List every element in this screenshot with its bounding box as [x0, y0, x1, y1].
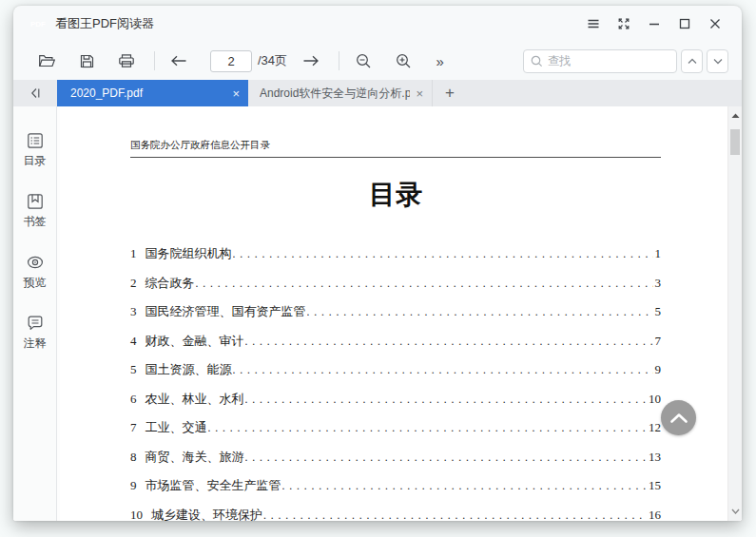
prev-page-icon[interactable] [165, 48, 193, 74]
scroll-down-icon[interactable] [728, 504, 742, 519]
toc-entry-number: 6 [130, 392, 137, 407]
toolbar-divider [339, 51, 339, 70]
app-logo-icon: PDF [29, 14, 48, 33]
toc-entry-number: 7 [130, 420, 137, 435]
toc-entry-number: 10 [130, 508, 143, 521]
toc-entry-title: 国务院组织机构 [145, 245, 232, 262]
toc-entry-page: 15 [649, 478, 661, 493]
toc-entry: 2综合政务3 [130, 269, 661, 298]
toc-icon [26, 131, 45, 150]
search-area [523, 49, 728, 73]
save-icon[interactable] [72, 48, 101, 74]
app-title: 看图王PDF阅读器 [55, 15, 154, 32]
app-window: PDF 看图王PDF阅读器 [13, 6, 742, 521]
toc-entry-number: 1 [130, 246, 137, 261]
zoom-in-icon[interactable] [389, 48, 417, 74]
toc-entry: 10城乡建设、环境保护16 [130, 501, 661, 522]
toc-dot-leader [233, 248, 653, 259]
toolbar: /34页 » [13, 42, 742, 80]
sidebar-item-label: 书签 [24, 214, 47, 230]
scroll-up-icon[interactable] [728, 108, 742, 124]
open-file-icon[interactable] [32, 48, 61, 74]
header-rule [130, 157, 661, 158]
toc-entry-page: 1 [655, 246, 662, 261]
more-tools-button[interactable]: » [429, 48, 452, 74]
search-box[interactable] [523, 49, 677, 73]
sidebar-item-preview[interactable]: 预览 [24, 253, 47, 291]
toc-entry-page: 13 [649, 450, 661, 465]
sidebar-item-label: 目录 [24, 153, 47, 169]
toc-dot-leader [208, 422, 648, 433]
search-input[interactable] [548, 54, 669, 67]
toc-entry-number: 9 [130, 478, 137, 493]
tab-close-icon[interactable]: × [232, 87, 240, 100]
collapse-sidebar-icon[interactable] [13, 80, 57, 106]
toc-dot-leader [233, 364, 653, 375]
toc-entry: 8商贸、海关、旅游13 [130, 443, 661, 472]
toc-entry-number: 4 [130, 334, 137, 349]
toc-entry: 5国土资源、能源9 [130, 355, 661, 385]
main-area: 目录 书签 预览 [13, 106, 742, 521]
toc-entry: 9市场监管、安全生产监管15 [130, 471, 661, 501]
sidebar-item-label: 注释 [24, 336, 47, 352]
sidebar-item-toc[interactable]: 目录 [24, 131, 47, 169]
vertical-scrollbar[interactable] [727, 106, 742, 521]
preview-eye-icon [26, 253, 45, 272]
toc-entry-number: 5 [130, 362, 137, 377]
annotation-icon [26, 314, 45, 333]
tab-close-icon[interactable]: × [416, 87, 423, 100]
toc-entry-title: 综合政务 [145, 275, 195, 292]
toolbar-divider [154, 51, 155, 70]
toc-entry-page: 5 [655, 304, 662, 319]
maximize-button[interactable] [669, 10, 700, 37]
add-tab-button[interactable]: + [433, 80, 467, 106]
toc-dot-leader [245, 451, 648, 463]
document-viewport[interactable]: 国务院办公厅政府信息公开目录 目录 1国务院组织机构1 2综合政务3 3国民经济… [57, 106, 742, 521]
print-icon[interactable] [112, 48, 141, 74]
zoom-out-icon[interactable] [349, 48, 378, 74]
toc-entry: 3国民经济管理、国有资产监管5 [130, 297, 661, 327]
scrollbar-thumb[interactable] [730, 129, 740, 155]
page-number-input[interactable] [210, 50, 252, 72]
search-icon [531, 55, 543, 67]
toc-entry-page: 9 [655, 362, 662, 377]
sidebar-item-annotations[interactable]: 注释 [24, 314, 47, 352]
tab-bar: 2020_PDF.pdf × Android软件安全与逆向分析.pdf × + [13, 80, 742, 106]
title-bar: PDF 看图王PDF阅读器 [13, 6, 742, 42]
toc-entry-page: 12 [649, 420, 661, 435]
toc-entry-title: 工业、交通 [145, 419, 207, 436]
toc-entry-title: 农业、林业、水利 [145, 391, 244, 408]
toc-entry-number: 2 [130, 276, 137, 291]
toc-entry-title: 国民经济管理、国有资产监管 [145, 303, 306, 320]
search-prev-icon[interactable] [681, 49, 703, 73]
menu-icon[interactable] [578, 10, 609, 37]
sidebar-item-bookmarks[interactable]: 书签 [24, 192, 47, 230]
close-button[interactable] [700, 10, 730, 37]
toc-entry-page: 7 [655, 334, 662, 349]
toc-dot-leader [282, 480, 648, 491]
toc-entry-number: 3 [130, 304, 137, 319]
toc-list: 1国务院组织机构1 2综合政务3 3国民经济管理、国有资产监管5 4财政、金融、… [130, 240, 661, 521]
page-total-label: /34页 [258, 52, 287, 69]
tab-label: Android软件安全与逆向分析.pdf [260, 86, 410, 102]
toc-entry-title: 市场监管、安全生产监管 [145, 477, 281, 494]
toc-entry-title: 城乡建设、环境保护 [151, 507, 262, 521]
fullscreen-icon[interactable] [609, 10, 639, 37]
pdf-toc-title: 目录 [130, 179, 661, 211]
pdf-page: 国务院办公厅政府信息公开目录 目录 1国务院组织机构1 2综合政务3 3国民经济… [60, 106, 727, 521]
toc-dot-leader [245, 393, 648, 405]
toc-dot-leader [196, 278, 653, 289]
tab-android-pdf[interactable]: Android软件安全与逆向分析.pdf × [248, 80, 433, 106]
minimize-button[interactable] [639, 10, 669, 37]
search-next-icon[interactable] [707, 49, 728, 73]
toc-entry: 4财政、金融、审计7 [130, 327, 661, 356]
toc-entry: 1国务院组织机构1 [130, 240, 661, 269]
back-to-top-button[interactable] [661, 400, 696, 435]
toc-entry-title: 财政、金融、审计 [145, 333, 244, 350]
window-controls [578, 10, 730, 37]
next-page-icon[interactable] [297, 48, 325, 74]
toc-entry: 7工业、交通12 [130, 413, 661, 443]
toc-entry-page: 10 [649, 392, 661, 407]
toc-entry-page: 16 [649, 508, 661, 521]
tab-2020-pdf[interactable]: 2020_PDF.pdf × [57, 80, 248, 106]
